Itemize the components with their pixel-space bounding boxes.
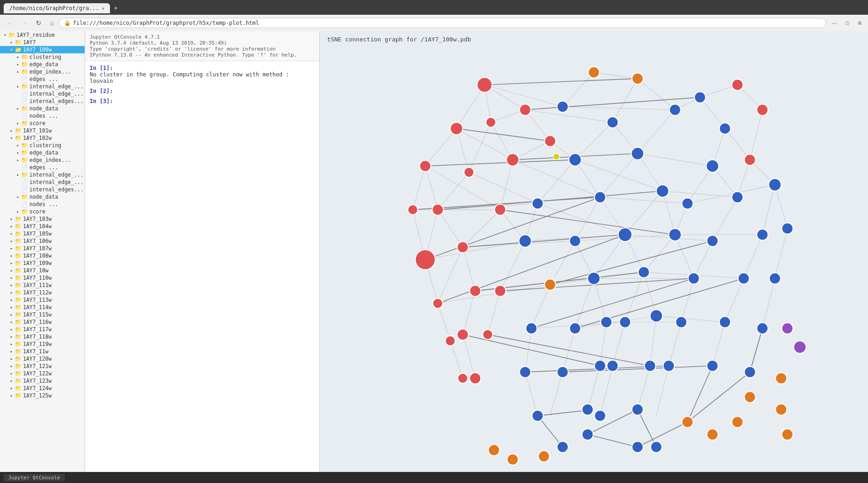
svg-point-228 xyxy=(588,67,599,78)
tree-item[interactable]: ▸📁1AY7_116w xyxy=(0,318,85,326)
refresh-button[interactable]: ↻ xyxy=(33,18,44,28)
tree-item[interactable]: ▸📁1AY7_111w xyxy=(0,282,85,289)
tree-item[interactable]: ▸📁edge_data xyxy=(0,149,85,156)
tree-item[interactable]: ▸📁1AY7_106w xyxy=(0,237,85,245)
tree-item[interactable]: ▸📁1AY7_114w xyxy=(0,304,85,311)
tree-item[interactable]: 📄internal_edges... xyxy=(0,186,85,193)
file-icon: 📄 xyxy=(21,201,29,207)
tree-item-label: edge_data xyxy=(29,150,58,156)
tree-item[interactable]: 📄edges ... xyxy=(0,75,85,83)
tree-item[interactable]: ▸📁1AY7_107w xyxy=(0,245,85,252)
tree-item[interactable]: ▸📁edge_data xyxy=(0,61,85,68)
tree-item[interactable]: ▸📁node_data xyxy=(0,105,85,112)
folder-icon: 📁 xyxy=(21,69,29,75)
tree-item[interactable]: ▸📁1AY7_124w xyxy=(0,385,85,392)
folder-icon: 📁 xyxy=(15,230,22,237)
tree-item[interactable]: ▸📁1AY7_101w xyxy=(0,127,85,134)
tree-item[interactable]: ▾📁1AY7_residue xyxy=(0,31,85,39)
tree-item-label: 1AY7_115w xyxy=(23,311,52,318)
tree-item[interactable]: ▸📁internal_edge_... xyxy=(0,83,85,90)
tree-item[interactable]: ▸📁score xyxy=(0,120,85,127)
tree-item[interactable]: ▸📁1AY7_123w xyxy=(0,377,85,385)
tree-item[interactable]: ▸📁1AY7 xyxy=(0,39,85,46)
tree-item[interactable]: 📄internal_edge_... xyxy=(0,178,85,186)
tree-item[interactable]: ▸📁1AY7_120w xyxy=(0,355,85,362)
tree-arrow-icon: ▸ xyxy=(15,195,21,199)
home-button[interactable]: ⌂ xyxy=(47,18,56,28)
tree-item-label: nodes ... xyxy=(29,113,58,119)
svg-point-236 xyxy=(776,404,787,415)
more-button[interactable]: ··· xyxy=(829,18,840,28)
folder-icon: 📁 xyxy=(21,157,29,163)
tree-arrow-icon: ▸ xyxy=(8,371,15,376)
tree-item[interactable]: ▸📁1AY7_122w xyxy=(0,370,85,377)
address-bar[interactable]: 🔒 file:///home/nico/GraphProt/graphprot/… xyxy=(59,18,826,28)
tree-item[interactable]: ▸📁1AY7_11w xyxy=(0,348,85,355)
tree-item[interactable]: ▸📁1AY7_103w xyxy=(0,215,85,223)
folder-icon: 📁 xyxy=(21,105,29,112)
tree-item[interactable]: ▸📁1AY7_119w xyxy=(0,340,85,348)
tab-title: /home/nico/GraphProt/gra... xyxy=(9,5,99,12)
tree-arrow-icon: ▸ xyxy=(8,290,15,295)
tree-item[interactable]: 📄edges ... xyxy=(0,164,85,171)
svg-point-155 xyxy=(464,167,474,178)
taskbar-item[interactable]: Jupyter QtConsole xyxy=(4,474,65,482)
tree-item-label: 1AY7_113w xyxy=(23,297,52,303)
tree-item[interactable]: ▸📁internal_edge_... xyxy=(0,171,85,178)
svg-point-219 xyxy=(744,367,755,378)
tree-item-label: 1AY7_120w xyxy=(23,356,52,362)
tab-close-button[interactable]: × xyxy=(102,6,104,11)
tree-item[interactable]: ▸📁1AY7_108w xyxy=(0,252,85,259)
svg-point-196 xyxy=(644,360,655,371)
jupyter-content[interactable]: In [1]: No cluster in the group. Computi… xyxy=(85,61,319,472)
tree-item[interactable]: ▾📁1AY7_102w xyxy=(0,134,85,142)
bookmark-button[interactable]: ☆ xyxy=(842,18,853,28)
tree-item[interactable]: ▸📁1AY7_118w xyxy=(0,333,85,340)
svg-point-202 xyxy=(582,429,593,440)
tree-item[interactable]: ▸📁1AY7_121w xyxy=(0,362,85,370)
menu-button[interactable]: ≡ xyxy=(855,18,864,28)
tree-item[interactable]: ▸📁1AY7_112w xyxy=(0,289,85,296)
tree-item[interactable]: ▸📁1AY7_104w xyxy=(0,223,85,230)
tree-item[interactable]: ▸📁clustering xyxy=(0,142,85,149)
tree-item[interactable]: ▸📁1AY7_117w xyxy=(0,326,85,333)
tree-item[interactable]: ▸📁clustering xyxy=(0,53,85,61)
tree-item[interactable]: ▸📁node_data xyxy=(0,193,85,201)
svg-point-237 xyxy=(782,429,793,440)
svg-point-203 xyxy=(632,441,643,452)
tree-item[interactable]: ▸📁score xyxy=(0,208,85,215)
tree-item[interactable]: ▸📁1AY7_105w xyxy=(0,230,85,237)
tree-item[interactable]: 📄internal_edges... xyxy=(0,98,85,105)
tree-item[interactable]: ▸📁edge_index... xyxy=(0,68,85,75)
tree-item-label: edge_index... xyxy=(29,69,71,75)
folder-icon: 📁 xyxy=(15,348,22,355)
tree-item[interactable]: 📄nodes ... xyxy=(0,112,85,120)
svg-point-162 xyxy=(415,250,435,270)
tree-item[interactable]: ▸📁1AY7_115w xyxy=(0,311,85,318)
tree-arrow-icon: ▸ xyxy=(15,121,21,126)
new-tab-button[interactable]: + xyxy=(110,4,121,12)
tree-item-label: 1AY7_116w xyxy=(23,319,52,325)
tree-item[interactable]: ▸📁1AY7_125w xyxy=(0,392,85,399)
tree-item[interactable]: 📄internal_edge_... xyxy=(0,90,85,98)
file-icon: 📄 xyxy=(21,164,29,171)
svg-point-238 xyxy=(782,323,793,334)
tree-item[interactable]: 📄nodes ... xyxy=(0,201,85,208)
tree-item[interactable]: ▸📁1AY7_10w xyxy=(0,267,85,274)
tree-item[interactable]: ▸📁1AY7_110w xyxy=(0,274,85,282)
forward-button[interactable]: → xyxy=(18,18,30,28)
tree-item[interactable]: ▸📁1AY7_109w xyxy=(0,259,85,267)
tree-item[interactable]: ▸📁edge_index... xyxy=(0,156,85,164)
tree-arrow-icon: ▸ xyxy=(8,334,15,339)
tree-item[interactable]: ▸📁1AY7_113w xyxy=(0,296,85,304)
folder-icon: 📁 xyxy=(8,32,16,38)
active-tab[interactable]: /home/nico/GraphProt/gra... × xyxy=(4,3,110,13)
nav-bar: ← → ↻ ⌂ 🔒 file:///home/nico/GraphProt/gr… xyxy=(0,15,868,31)
back-button[interactable]: ← xyxy=(4,18,16,28)
folder-icon: 📁 xyxy=(15,311,22,318)
tree-item[interactable]: ▾📁1AY7_100w xyxy=(0,46,85,53)
jupyter-line1: Python 3.7.4 (default, Aug 13 2019, 20:3… xyxy=(90,40,315,46)
folder-icon: 📁 xyxy=(15,253,22,259)
file-tree[interactable]: ▾📁1AY7_residue▸📁1AY7▾📁1AY7_100w▸📁cluster… xyxy=(0,31,85,472)
svg-point-242 xyxy=(507,454,518,465)
